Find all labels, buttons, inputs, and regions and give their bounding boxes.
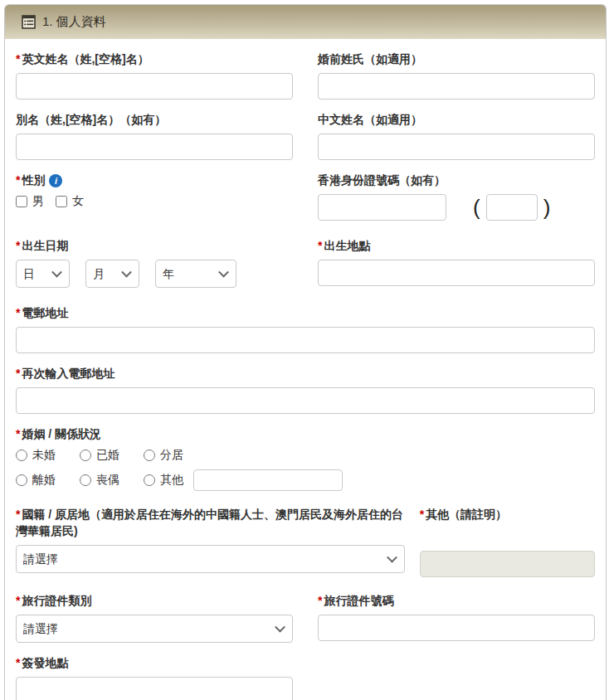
maiden-name-input[interactable] [318,73,595,100]
gender-male-checkbox[interactable] [16,196,27,207]
email-input[interactable] [16,327,595,353]
chinese-name-label: 中文姓名（如適用） [318,111,595,128]
marital-option-widowed[interactable]: 喪偶 [80,473,144,488]
required-asterisk: * [318,594,322,607]
dob-year-select-wrap: 年 [155,260,236,288]
dob-day-select-wrap: 日 [16,260,70,288]
required-asterisk: * [420,508,424,521]
english-name-label: *英文姓名（姓,[空格]名） [16,51,293,67]
marital-married-radio[interactable] [80,450,91,461]
gender-label: *性別i [16,172,293,188]
marital-option-separated[interactable]: 分居 [144,448,183,463]
gender-option-female[interactable]: 女 [56,194,84,209]
marital-widowed-radio[interactable] [80,474,91,486]
personal-info-section: 1. 個人資料 *英文姓名（姓,[空格]名） 婚前姓氏（如適用） 別名（姓,[空… [4,4,607,700]
travel-doc-number-label: *旅行證件號碼 [318,592,595,609]
travel-doc-number-input[interactable] [318,615,595,641]
maiden-name-label: 婚前姓氏（如適用） [318,51,595,67]
birth-place-label: *出生地點 [318,237,595,254]
issue-place-input[interactable] [16,677,293,700]
dob-month-select[interactable]: 月 [85,260,139,288]
info-icon[interactable]: i [49,174,62,187]
marital-option-single[interactable]: 未婚 [16,448,80,463]
gender-option-male[interactable]: 男 [16,194,44,209]
section-title: 1. 個人資料 [42,14,106,30]
required-asterisk: * [16,173,20,187]
section-body: *英文姓名（姓,[空格]名） 婚前姓氏（如適用） 別名（姓,[空格]名）（如有）… [5,39,606,700]
required-asterisk: * [16,52,20,66]
required-asterisk: * [16,239,20,252]
form-list-icon [22,15,36,29]
required-asterisk: * [16,306,20,319]
travel-doc-type-select-wrap: 請選擇 [16,615,293,643]
dob-year-select[interactable]: 年 [155,260,236,288]
required-asterisk: * [16,427,20,440]
hkid-input[interactable] [318,194,446,221]
marital-status-label: *婚姻 / 關係狀況 [16,425,595,442]
birth-date-label: *出生日期 [16,237,293,254]
nationality-select[interactable]: 請選擇 [16,545,405,573]
issue-place-label: *簽發地點 [16,654,293,671]
required-asterisk: * [16,594,20,607]
required-asterisk: * [16,656,20,669]
nationality-select-wrap: 請選擇 [16,545,405,573]
birth-place-input[interactable] [318,260,595,286]
paren-close: ) [543,194,551,221]
english-name-input[interactable] [16,73,293,100]
travel-doc-type-label: *旅行證件類別 [16,592,293,609]
section-header: 1. 個人資料 [5,5,606,39]
other-specify-label: *其他（請註明） [420,506,595,523]
dob-day-select[interactable]: 日 [16,260,70,288]
gender-female-checkbox[interactable] [56,196,67,207]
marital-option-divorced[interactable]: 離婚 [16,473,80,488]
marital-option-other[interactable]: 其他 [144,473,183,488]
marital-other-radio[interactable] [144,474,155,486]
nationality-label: *國籍 / 原居地（適用於居住在海外的中國籍人士、澳門居民及海外居住的台灣華籍居… [16,506,405,539]
email-confirm-input[interactable] [16,387,595,414]
dob-month-select-wrap: 月 [85,260,139,288]
marital-divorced-radio[interactable] [16,474,27,486]
email-label: *電郵地址 [16,304,595,321]
hkid-label: 香港身份證號碼（如有） [318,172,595,188]
alias-label: 別名（姓,[空格]名）（如有） [16,111,293,128]
marital-option-married[interactable]: 已婚 [80,448,144,463]
travel-doc-type-select[interactable]: 請選擇 [16,615,293,643]
marital-single-radio[interactable] [16,450,27,461]
paren-open: ( [473,194,480,221]
alias-input[interactable] [16,134,293,160]
required-asterisk: * [318,239,322,252]
required-asterisk: * [16,367,20,380]
hkid-check-digit-input[interactable] [486,194,538,221]
email-confirm-label: *再次輸入電郵地址 [16,365,595,382]
required-asterisk: * [16,508,20,521]
marital-separated-radio[interactable] [144,450,155,461]
marital-other-input[interactable] [193,469,343,491]
other-specify-input [420,551,595,577]
chinese-name-input[interactable] [318,134,595,160]
